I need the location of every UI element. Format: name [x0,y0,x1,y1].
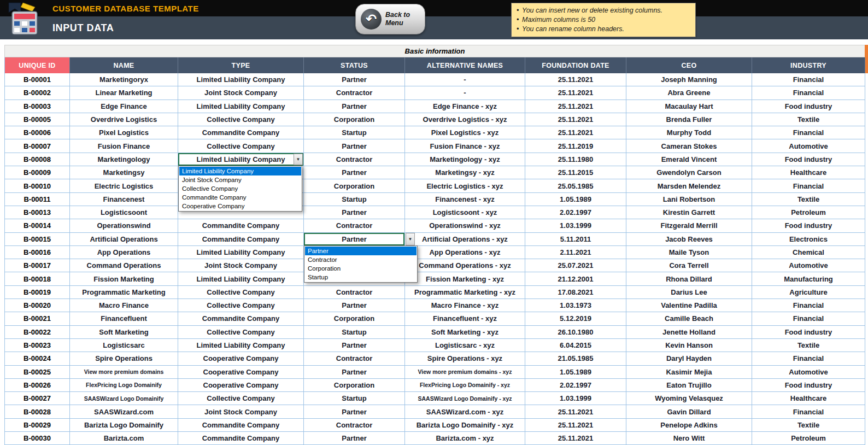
cell-type[interactable]: Commandite Company [178,126,304,139]
cell-unique-id[interactable]: B-00014 [4,219,70,232]
cell-status[interactable]: Partner [304,100,405,113]
cell-status[interactable]: Partner [304,139,405,153]
cell-ceo[interactable]: Emerald Vincent [626,153,752,166]
cell-foundation-date[interactable]: 2.02.1997 [525,206,626,219]
cell-name[interactable]: Logisticsoont [70,206,178,219]
cell-industry[interactable]: Textile [752,339,865,352]
cell-status[interactable]: Corporation [304,379,405,392]
cell-foundation-date[interactable]: 25.11.2021 [525,113,626,126]
cell-industry[interactable]: Healthcare [752,392,865,405]
cell-alternative-names[interactable]: - [405,86,525,99]
cell-status[interactable]: Startup [304,193,405,206]
cell-foundation-date[interactable]: 25.11.2015 [525,166,626,179]
cell-industry[interactable]: Petroleum [752,206,865,219]
cell-industry[interactable]: Food industry [752,326,865,339]
cell-foundation-date[interactable]: 25.11.2021 [525,432,626,445]
cell-name[interactable]: Operationswind [70,219,178,232]
cell-unique-id[interactable]: B-00024 [4,352,70,365]
cell-type[interactable]: Limited Liability Company [178,100,304,113]
cell-foundation-date[interactable]: 5.12.2019 [525,312,626,325]
cell-unique-id[interactable]: B-00027 [4,392,70,405]
cell-alternative-names[interactable]: Operationswind - xyz [405,219,525,232]
cell-ceo[interactable]: Nero Witt [626,432,752,445]
cell-status[interactable]: Contractor [304,219,405,232]
cell-industry[interactable]: Financial [752,299,865,312]
cell-foundation-date[interactable]: 2.11.2021 [525,246,626,259]
cell-status[interactable]: Partner [304,206,405,219]
cell-ceo[interactable]: Valentine Padilla [626,299,752,312]
cell-alternative-names[interactable]: App Operations - xyz [405,246,525,259]
cell-type[interactable]: Collective Company [178,326,304,339]
cell-foundation-date[interactable]: 1.03.1973 [525,299,626,312]
cell-name[interactable]: App Operations [70,246,178,259]
cell-status[interactable]: Startup [304,126,405,139]
cell-ceo[interactable]: Lani Robertson [626,193,752,206]
cell-name[interactable]: SAASWizard Logo Domainify [70,392,178,405]
cell-type[interactable]: Commandite Company [178,312,304,325]
type-dropdown-option[interactable]: Joint Stock Company [179,175,301,184]
cell-type[interactable]: Limited Liability Company [178,246,304,259]
cell-ceo[interactable]: Wyoming Velasquez [626,392,752,405]
cell-foundation-date[interactable]: 17.08.2021 [525,286,626,299]
cell-industry[interactable]: Financial [752,86,865,99]
cell-industry[interactable]: Financial [752,312,865,325]
cell-unique-id[interactable]: B-00018 [4,272,70,285]
cell-type[interactable]: Collective Company [178,139,304,153]
type-dropdown-option[interactable]: Commandite Company [179,193,301,202]
cell-foundation-date[interactable]: 1.03.1999 [525,392,626,405]
cell-industry[interactable]: Financial [752,179,865,192]
cell-ceo[interactable]: Cameran Stokes [626,139,752,153]
cell-ceo[interactable]: Cora Terrell [626,259,752,272]
cell-name[interactable]: Electric Logistics [70,179,178,192]
cell-alternative-names[interactable]: Soft Marketing - xyz [405,326,525,339]
status-dropdown-button[interactable]: ▼ [406,233,415,245]
column-header-type[interactable]: TYPE [178,57,304,73]
cell-alternative-names[interactable]: Marketingology - xyz [405,153,525,166]
cell-ceo[interactable]: Penelope Adkins [626,419,752,432]
cell-ceo[interactable]: Kevin Hanson [626,339,752,352]
cell-alternative-names[interactable]: Fusion Finance - xyz [405,139,525,153]
cell-unique-id[interactable]: B-00008 [4,153,70,166]
cell-status[interactable]: Startup [304,392,405,405]
cell-alternative-names[interactable]: Command Operations - xyz [405,259,525,272]
cell-ceo[interactable]: Marsden Melendez [626,179,752,192]
cell-industry[interactable]: Food industry [752,100,865,113]
cell-name[interactable]: Edge Finance [70,100,178,113]
cell-ceo[interactable]: Daryl Hayden [626,352,752,365]
cell-industry[interactable]: Textile [752,419,865,432]
column-header-name[interactable]: NAME [70,57,178,73]
cell-foundation-date[interactable]: 25.11.2021 [525,100,626,113]
cell-foundation-date[interactable]: 26.10.1980 [525,326,626,339]
cell-ceo[interactable]: Maile Tyson [626,246,752,259]
cell-industry[interactable]: Automotive [752,259,865,272]
cell-type[interactable]: Collective Company [178,392,304,405]
cell-type[interactable]: Commandite Company [178,419,304,432]
cell-unique-id[interactable]: B-00001 [4,73,70,86]
cell-ceo[interactable]: Murphy Todd [626,126,752,139]
status-dropdown-option[interactable]: Partner [305,247,417,255]
cell-industry[interactable]: Financial [752,405,865,418]
cell-name[interactable]: Barizta.com [70,432,178,445]
cell-name[interactable]: Fusion Finance [70,139,178,153]
cell-ceo[interactable]: Gavin Dillard [626,405,752,418]
type-dropdown-option[interactable]: Cooperative Company [179,202,301,210]
cell-name[interactable]: Fission Marketing [70,272,178,285]
cell-unique-id[interactable]: B-00030 [4,432,70,445]
cell-name[interactable]: Overdrive Logistics [70,113,178,126]
cell-alternative-names[interactable]: Fission Marketing - xyz [405,272,525,285]
cell-alternative-names[interactable]: Barizta Logo Domainify - xyz [405,419,525,432]
cell-ceo[interactable]: Kirestin Garrett [626,206,752,219]
cell-foundation-date[interactable]: 5.11.2011 [525,233,626,246]
cell-status[interactable]: Partner [304,299,405,312]
cell-alternative-names[interactable]: Marketingsy - xyz [405,166,525,179]
cell-type[interactable]: Joint Stock Company [178,86,304,99]
cell-foundation-date[interactable]: 1.03.1999 [525,219,626,232]
cell-type[interactable]: Commandite Company [178,432,304,445]
cell-unique-id[interactable]: B-00013 [4,206,70,219]
cell-ceo[interactable]: Jenette Holland [626,326,752,339]
cell-name[interactable]: Artificial Operations [70,233,178,246]
cell-type[interactable]: Limited Liability Company▼Limited Liabil… [178,153,304,166]
cell-name[interactable]: Linear Marketing [70,86,178,99]
cell-industry[interactable]: Manufacturing [752,272,865,285]
cell-industry[interactable]: Financial [752,73,865,86]
